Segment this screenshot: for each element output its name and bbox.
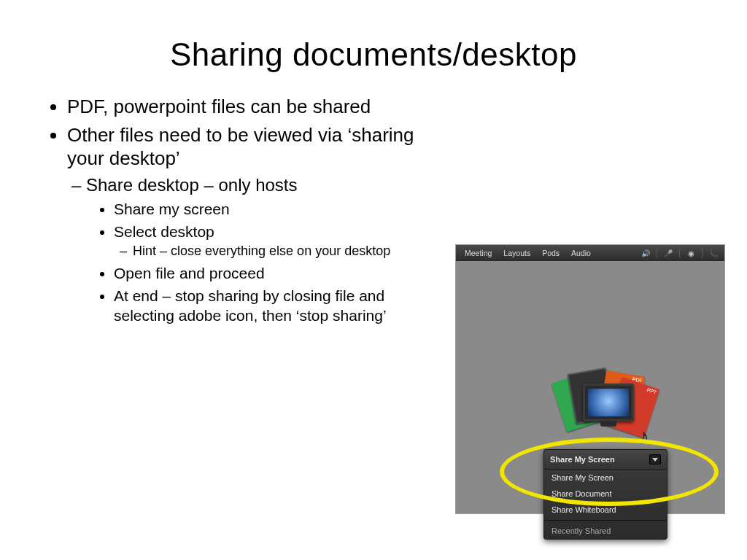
embedded-screenshot: Meeting Layouts Pods Audio 🔊 🎤 ◉ 📞 xyxy=(455,244,725,514)
bullet-item: PDF, powerpoint files can be shared xyxy=(67,95,416,119)
menu-layouts[interactable]: Layouts xyxy=(499,249,535,257)
dropdown-option-whiteboard[interactable]: Share Whiteboard xyxy=(544,502,667,518)
music-note-icon xyxy=(638,424,657,446)
dropdown-option-document[interactable]: Share Document xyxy=(544,486,667,502)
bullet-item: Share my screen xyxy=(114,199,416,219)
dropdown-option-recent[interactable]: Recently Shared xyxy=(544,523,667,539)
dropdown-header-label: Share My Screen xyxy=(550,455,615,464)
bullet-item: Open file and proceed xyxy=(114,263,416,283)
bullet-item: Share desktop – only hosts Share my scre… xyxy=(86,174,416,326)
microphone-icon[interactable]: 🎤 xyxy=(662,248,675,258)
slide-title: Sharing documents/desktop xyxy=(44,36,703,73)
dropdown-header[interactable]: Share My Screen xyxy=(544,450,667,470)
menu-meeting[interactable]: Meeting xyxy=(460,249,496,257)
phone-icon[interactable]: 📞 xyxy=(707,248,720,258)
share-dropdown[interactable]: Share My Screen Share My Screen Share Do… xyxy=(543,449,667,540)
chevron-down-icon[interactable] xyxy=(649,454,661,464)
webcam-icon[interactable]: ◉ xyxy=(684,248,697,258)
bullet-item: At end – stop sharing by closing file an… xyxy=(114,286,416,326)
slide: Sharing documents/desktop PDF, powerpoin… xyxy=(0,0,747,560)
bullet-text: Select desktop xyxy=(114,223,214,240)
dropdown-divider xyxy=(544,520,667,521)
monitor-icon xyxy=(583,384,634,421)
bullet-item: Select desktop Hint – close everything e… xyxy=(114,222,416,260)
bullet-text: Share desktop – only hosts xyxy=(86,175,298,195)
documents-graphic xyxy=(558,370,646,443)
dropdown-option-screen[interactable]: Share My Screen xyxy=(544,470,667,486)
speaker-icon[interactable]: 🔊 xyxy=(639,248,652,258)
menu-audio[interactable]: Audio xyxy=(567,249,595,257)
bullet-item: Other files need to be viewed via ‘shari… xyxy=(67,123,416,326)
bullet-column: PDF, powerpoint files can be shared Othe… xyxy=(44,95,416,330)
bullet-item: Hint – close everything else on your des… xyxy=(133,243,416,260)
share-stage: Share My Screen Share My Screen Share Do… xyxy=(456,261,724,513)
menu-pods[interactable]: Pods xyxy=(538,249,564,257)
app-menubar: Meeting Layouts Pods Audio 🔊 🎤 ◉ 📞 xyxy=(456,245,724,261)
bullet-text: Other files need to be viewed via ‘shari… xyxy=(67,124,414,170)
